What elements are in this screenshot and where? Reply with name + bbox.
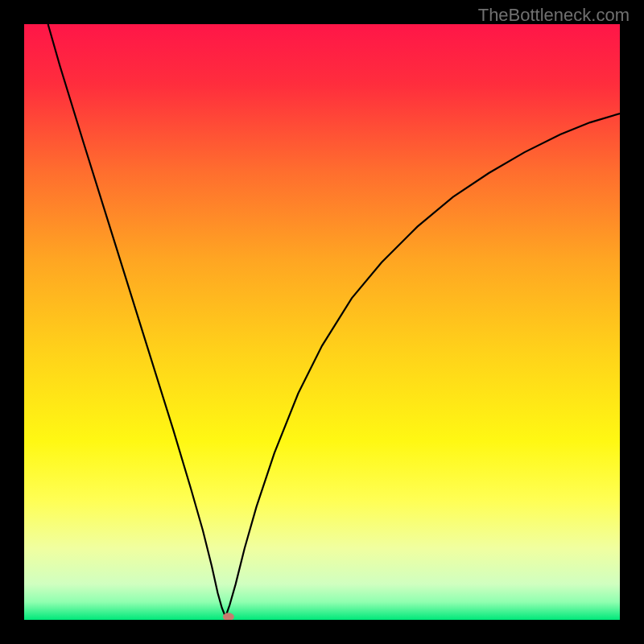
watermark-label: TheBottleneck.com [478, 5, 630, 26]
chart-background [24, 24, 620, 620]
chart-plot-area [24, 24, 620, 620]
chart-svg [24, 24, 620, 620]
